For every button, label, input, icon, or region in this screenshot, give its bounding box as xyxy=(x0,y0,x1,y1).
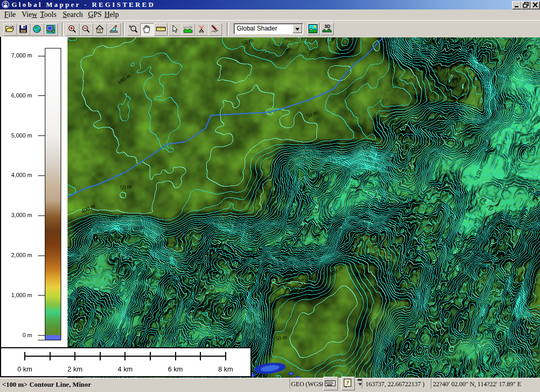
svg-text:?: ? xyxy=(346,379,349,386)
svg-text:3D: 3D xyxy=(324,24,331,29)
